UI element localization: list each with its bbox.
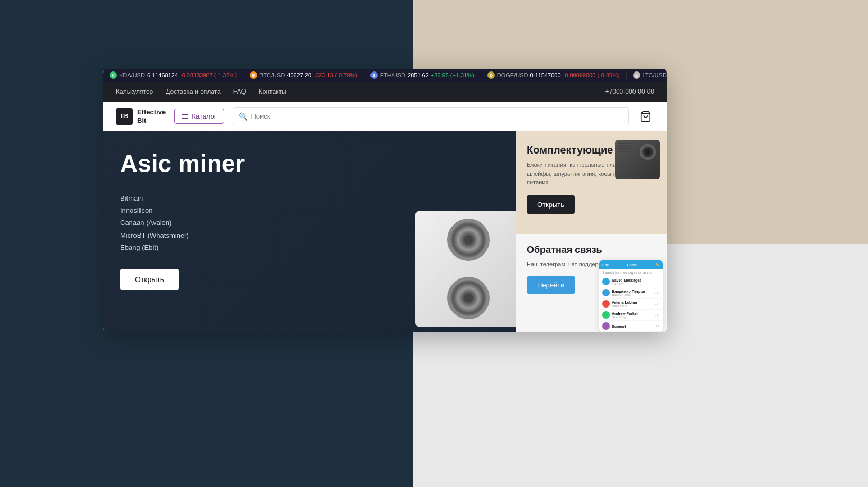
search-input[interactable] <box>251 112 623 120</box>
doge-price: 0.11547000 <box>530 72 560 78</box>
psu-illustration <box>615 140 663 187</box>
hero-left-panel: Asic miner Bitmain Innosilicon Canaan (A… <box>103 131 516 332</box>
miner-fan-top <box>447 219 490 261</box>
miner-fan-bottom <box>447 277 490 319</box>
hero-right-panels: Комплектующие Блоки питания, контрольные… <box>516 131 667 332</box>
tg-chat-1[interactable]: Владимир Петров Добрый день ✓✓ <box>599 287 663 299</box>
kda-icon: K <box>110 71 117 79</box>
btc-change: -323.13 (-0.79%) <box>313 72 357 78</box>
tg-chat-name-3: Andrew Parker <box>612 312 652 315</box>
tg-time-2: ✓✓ <box>654 302 659 306</box>
nav-phone: +7000-000-00-00 <box>605 88 654 95</box>
nav-links: Калькулятор Доставка и оплата FAQ Контак… <box>116 88 286 95</box>
tg-chat-name-4: Support <box>612 324 654 328</box>
tg-chat-2[interactable]: Valeria Lubina Hello there ✓✓ <box>599 299 663 310</box>
tg-chats-label: Chats <box>627 263 636 267</box>
kda-name: KDA/USD <box>119 72 145 78</box>
doge-icon: D <box>487 71 495 79</box>
tg-chat-name-2: Valeria Lubina <box>612 301 652 304</box>
ltc-name: LTC/USD <box>643 72 667 78</box>
tg-chat-msg-3: Good Day <box>612 315 652 319</box>
tg-time-1: ✓✓ <box>654 291 659 295</box>
components-panel: Комплектующие Блоки питания, контрольные… <box>516 131 667 234</box>
tg-avatar-2 <box>602 300 610 308</box>
catalog-label: Каталог <box>192 112 216 120</box>
ticker-bar: K KDA/USD 6.11468124 -0.08383987 (-1.35%… <box>103 69 667 82</box>
psu-body <box>615 140 660 179</box>
eth-icon: Ξ <box>370 71 378 79</box>
logo-initials: EB <box>121 113 128 119</box>
hero-title: Asic miner <box>120 150 499 177</box>
goto-button[interactable]: Перейти <box>527 276 575 294</box>
hero-open-button[interactable]: Открыть <box>120 269 179 290</box>
kda-change: -0.08383987 (-1.35%) <box>180 72 237 78</box>
catalog-button[interactable]: Каталог <box>174 109 224 124</box>
ticker-item-btc: ₿ BTC/USD 40627:20 -323.13 (-0.79%) <box>243 71 364 79</box>
eth-name: ETH/USD <box>380 72 405 78</box>
btc-price: 40627:20 <box>287 72 311 78</box>
logo-text: Effective Bit <box>137 108 166 124</box>
tg-header: Edit Chats ✏️ <box>599 260 663 269</box>
site-header: EB Effective Bit Каталог 🔍 <box>103 102 667 131</box>
tg-chat-name-1: Владимир Петров <box>612 290 652 293</box>
tg-saved-name: Saved Messages <box>612 278 659 282</box>
tg-chat-info-2: Valeria Lubina Hello there <box>612 301 652 308</box>
logo-line1: Effective <box>137 108 166 116</box>
tg-time-4: 14 <box>656 324 659 328</box>
tg-chat-saved[interactable]: Saved Messages 4:17 pm <box>599 276 663 287</box>
tg-saved-msg: 4:17 pm <box>612 282 659 285</box>
eth-price: 2851.62 <box>408 72 429 78</box>
tg-chat-4[interactable]: Support 14 <box>599 321 663 332</box>
tg-compose-icon: ✏️ <box>655 263 659 267</box>
nav-bar: Калькулятор Доставка и оплата FAQ Контак… <box>103 82 667 102</box>
ticker-item-doge: D DOGE/USD 0.11547000 -0.00099000 (-0.85… <box>481 71 627 79</box>
tg-avatar-saved <box>602 278 610 285</box>
feedback-panel: Обратная связь Наш телеграм, чат поддерж… <box>516 234 667 332</box>
telegram-mock: Edit Chats ✏️ Search for messages or use… <box>599 260 663 332</box>
tg-chat-info-saved: Saved Messages 4:17 pm <box>612 278 659 285</box>
tg-avatar-4 <box>602 322 610 330</box>
miner-illustration <box>389 179 516 332</box>
hero-section: Asic miner Bitmain Innosilicon Canaan (A… <box>103 131 667 332</box>
tg-chat-msg-2: Hello there <box>612 304 652 308</box>
nav-link-faq[interactable]: FAQ <box>233 88 246 95</box>
cart-icon[interactable] <box>637 108 654 125</box>
kda-price: 6.11468124 <box>147 72 178 78</box>
psu-vent <box>618 143 631 152</box>
tg-chat-3[interactable]: Andrew Parker Good Day ✓✓ <box>599 310 663 321</box>
btc-name: BTC/USD <box>259 72 285 78</box>
search-icon: 🔍 <box>239 112 248 121</box>
tg-chat-msg-1: Добрый день <box>612 293 652 296</box>
nav-link-calculator[interactable]: Калькулятор <box>116 88 153 95</box>
tg-chat-info-4: Support <box>612 324 654 328</box>
feedback-title: Обратная связь <box>527 245 656 256</box>
tg-time-3: ✓✓ <box>654 313 659 317</box>
tg-avatar-1 <box>602 289 610 296</box>
tg-search: Search for messages or users <box>599 269 663 276</box>
miner-body <box>415 211 516 327</box>
tg-search-placeholder: Search for messages or users <box>602 270 652 274</box>
nav-link-contacts[interactable]: Контакты <box>259 88 286 95</box>
eth-change: +36.95 (+1.31%) <box>431 72 474 78</box>
tg-chat-info-3: Andrew Parker Good Day <box>612 312 652 319</box>
components-open-button[interactable]: Открыть <box>527 195 575 214</box>
browser-window: K KDA/USD 6.11468124 -0.08383987 (-1.35%… <box>103 69 667 332</box>
ticker-item-eth: Ξ ETH/USD 2851.62 +36.95 (+1.31%) <box>364 71 481 79</box>
tg-chat-info-1: Владимир Петров Добрый день <box>612 290 652 296</box>
ticker-item-ltc: Ł LTC/USD 110.55 +0.29 (+0.26%) <box>627 71 667 79</box>
tg-avatar-3 <box>602 311 610 319</box>
logo-line2: Bit <box>137 116 166 125</box>
ltc-icon: Ł <box>633 71 640 79</box>
logo-icon: EB <box>116 108 133 125</box>
tg-edit-label: Edit <box>602 263 609 267</box>
ticker-item-kda: K KDA/USD 6.11468124 -0.08383987 (-1.35%… <box>103 71 243 79</box>
menu-icon <box>182 114 188 119</box>
psu-fan <box>640 144 656 160</box>
nav-link-delivery[interactable]: Доставка и оплата <box>166 88 221 95</box>
doge-change: -0.00099000 (-0.85%) <box>563 72 620 78</box>
doge-name: DOGE/USD <box>497 72 528 78</box>
btc-icon: ₿ <box>250 71 257 79</box>
logo: EB Effective Bit <box>116 108 166 125</box>
search-bar: 🔍 <box>233 107 629 125</box>
